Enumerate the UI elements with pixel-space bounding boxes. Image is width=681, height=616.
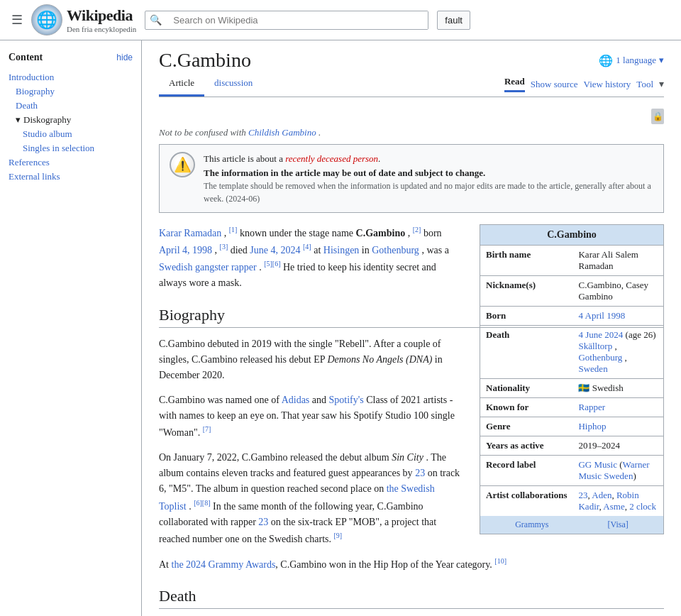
hisingen-link[interactable]: Hisingen	[323, 245, 360, 255]
sidebar-item-studio-album[interactable]: Studio album	[9, 127, 133, 141]
chevron-down-icon: ▾	[659, 78, 664, 90]
childish-gambino-link[interactable]: Childish Gambino	[248, 127, 316, 138]
infobox-label-years-active: Years as active	[480, 436, 573, 456]
karar-ramadan-link[interactable]: Karar Ramadan	[159, 228, 221, 238]
collab-aden-link[interactable]: Aden	[592, 490, 611, 500]
sidebar-item-biography[interactable]: Biography	[9, 84, 133, 99]
tabs: Article discussion	[159, 72, 262, 97]
gothenburg-link[interactable]: Gothenburg	[578, 352, 622, 363]
infobox-value-collaborations: 23, Aden, Robin Kadir, Asme, 2 clock	[572, 486, 663, 517]
infobox-label-nationality: Nationality	[480, 379, 573, 398]
swedish-rapper-link[interactable]: Swedish gangster rapper	[159, 262, 257, 273]
notice-text: This article is about a recently decease…	[204, 152, 653, 205]
sidebar: Content hide Introduction Biography Deat…	[0, 40, 142, 616]
tab-article[interactable]: Article	[159, 72, 204, 97]
notice-box: ⚠️ This article is about a recently dece…	[159, 144, 664, 213]
rapper-link[interactable]: Rapper	[578, 402, 605, 412]
infobox-label-birth-name: Birth name	[480, 246, 573, 276]
tab-view-history[interactable]: View history	[584, 79, 631, 90]
born-date-link[interactable]: 4 April 1998	[578, 310, 625, 321]
death-section-title: Death	[159, 587, 664, 609]
tab-read[interactable]: Read	[504, 76, 525, 92]
infobox-value-nicknames: C.Gambino, Casey Gambino	[572, 276, 663, 307]
23-link-1[interactable]: 23	[415, 468, 425, 478]
infobox-footer: Grammys [Visa]	[480, 516, 664, 534]
skälltorp-link[interactable]: Skälltorp	[578, 341, 612, 351]
collab-asme-link[interactable]: Asme	[603, 501, 624, 512]
topbar: ☰ 🌐 Wikipedia Den fria encyklopedin 🔍 fa…	[0, 0, 681, 40]
infobox-value-nationality: 🇸🇪 Swedish	[572, 379, 663, 398]
infobox-label-genre: Genre	[480, 417, 573, 436]
infobox-value-born: 4 April 1998	[572, 307, 663, 326]
infobox-title: C.Gambino	[480, 225, 664, 246]
tab-actions: Read Show source View history Tool ▾	[504, 76, 664, 92]
spotify-link[interactable]: Spotify's	[329, 395, 364, 405]
article-title: C.Gambino	[159, 49, 251, 72]
sweden-link[interactable]: Sweden	[578, 363, 607, 374]
swedish-toplist-link[interactable]: the Swedish Toplist	[159, 483, 435, 511]
infobox-value-death: 4 June 2024 (age 26) Skälltorp , Gothenb…	[572, 326, 663, 379]
infobox: C.Gambino Birth name Karar Ali Salem Ram…	[480, 224, 664, 534]
collab-23-link[interactable]: 23	[578, 490, 587, 500]
chevron-down-icon: ▾	[659, 55, 664, 66]
language-button[interactable]: 🌐 1 language ▾	[599, 54, 664, 67]
article-header: C.Gambino 🌐 1 language ▾	[159, 40, 664, 72]
tab-discussion[interactable]: discussion	[204, 72, 262, 97]
search-input[interactable]	[166, 11, 428, 29]
birth-date-link[interactable]: April 4, 1998	[159, 245, 212, 255]
tab-tool[interactable]: Tool	[636, 79, 653, 90]
hiphop-link[interactable]: Hiphop	[578, 421, 606, 431]
sidebar-section: Introduction Biography Death ▾ Diskograp…	[9, 70, 133, 184]
infobox-value-years-active: 2019–2024	[572, 436, 663, 456]
collab-2clock-link[interactable]: 2 clock	[629, 501, 656, 512]
infobox-label-record-label: Record label	[480, 456, 573, 486]
sidebar-header: Content hide	[9, 52, 133, 63]
tab-show-source[interactable]: Show source	[531, 79, 578, 90]
sidebar-item-diskography[interactable]: ▾ Diskography	[9, 113, 133, 127]
biography-para-4: At the 2024 Grammy Awards, C.Gambino won…	[159, 556, 664, 573]
infobox-label-collaborations: Artist collaborations	[480, 486, 573, 517]
infobox-label-nicknames: Nickname(s)	[480, 276, 573, 307]
fault-button[interactable]: fault	[437, 11, 470, 30]
infobox-value-known-for: Rapper	[572, 398, 663, 417]
search-box[interactable]: 🔍	[145, 11, 428, 30]
wikipedia-logo[interactable]: 🌐 Wikipedia Den fria encyklopedin	[31, 4, 136, 35]
infobox-label-death: Death	[480, 326, 573, 379]
recently-deceased-link[interactable]: recently deceased person	[285, 153, 378, 164]
death-date-article-link[interactable]: June 4, 2024	[250, 245, 300, 255]
gg-music-link[interactable]: GG Music	[578, 459, 617, 470]
infobox-value-record-label: GG Music (Warner Music Sweden)	[572, 456, 663, 486]
23-link-2[interactable]: 23	[258, 517, 268, 527]
lock-icon: 🔒	[651, 109, 664, 124]
adidas-link[interactable]: Adidas	[282, 395, 310, 405]
translate-icon: 🌐	[599, 54, 613, 67]
infobox-label-born: Born	[480, 307, 573, 326]
not-confused-notice: Not to be confused with Childish Gambino…	[159, 127, 664, 138]
infobox-value-birth-name: Karar Ali Salem Ramadan	[572, 246, 663, 276]
main-layout: Content hide Introduction Biography Deat…	[0, 40, 681, 616]
content-label: Content	[9, 52, 43, 63]
grammys-link[interactable]: Grammys	[515, 519, 548, 529]
infobox-label-known-for: Known for	[480, 398, 573, 417]
sidebar-item-introduction[interactable]: Introduction	[9, 70, 133, 84]
visa-link[interactable]: [Visa]	[608, 519, 629, 529]
sidebar-item-singles[interactable]: Singles in selection	[9, 141, 133, 155]
sidebar-item-references[interactable]: References	[9, 155, 133, 170]
tab-bar: Article discussion Read Show source View…	[159, 72, 664, 97]
sidebar-item-external-links[interactable]: External links	[9, 170, 133, 184]
gothenburg-article-link[interactable]: Gothenburg	[372, 245, 419, 255]
wikipedia-wordmark: Wikipedia Den fria encyklopedin	[67, 6, 136, 33]
hide-button[interactable]: hide	[116, 53, 133, 62]
sidebar-item-death[interactable]: Death	[9, 99, 133, 113]
notice-icon: ⚠️	[170, 152, 195, 177]
hamburger-menu[interactable]: ☰	[11, 12, 23, 28]
chevron-down-icon: ▾	[16, 114, 21, 126]
death-date-link[interactable]: 4 June 2024	[578, 329, 623, 340]
article-content: C.Gambino 🌐 1 language ▾ Article discuss…	[142, 40, 681, 616]
infobox-value-genre: Hiphop	[572, 417, 663, 436]
2024-grammy-awards-link[interactable]: the 2024 Grammy Awards	[172, 559, 276, 570]
